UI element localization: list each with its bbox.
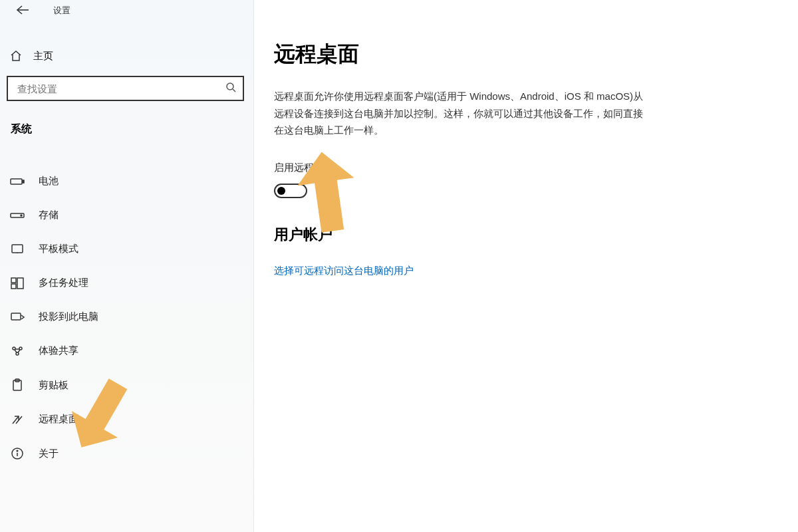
search-wrap bbox=[0, 69, 253, 106]
sidebar-item-clipboard[interactable]: 剪贴板 bbox=[0, 368, 253, 402]
sidebar-item-battery[interactable]: 电池 bbox=[0, 164, 253, 198]
toggle-state-label: 关 bbox=[317, 184, 327, 197]
svg-rect-7 bbox=[12, 245, 23, 253]
window-topbar: 设置 bbox=[0, 0, 253, 24]
sidebar-item-label: 远程桌面 bbox=[39, 413, 78, 426]
page-title: 远程桌面 bbox=[274, 40, 798, 69]
sidebar-item-storage[interactable]: 存储 bbox=[0, 198, 253, 232]
info-icon bbox=[9, 447, 25, 460]
sidebar-item-multitask[interactable]: 多任务处理 bbox=[0, 266, 253, 300]
sidebar-item-label: 关于 bbox=[39, 448, 59, 460]
sidebar-item-label: 电池 bbox=[39, 175, 59, 188]
svg-rect-9 bbox=[11, 278, 16, 283]
svg-rect-12 bbox=[11, 313, 21, 320]
sidebar-item-about[interactable]: 关于 bbox=[0, 436, 253, 471]
window-title: 设置 bbox=[53, 5, 70, 17]
sidebar-item-label: 体验共享 bbox=[39, 344, 78, 357]
search-box[interactable] bbox=[7, 76, 244, 101]
svg-line-18 bbox=[13, 416, 19, 424]
share-icon bbox=[9, 345, 25, 357]
home-button[interactable]: 主页 bbox=[0, 43, 253, 69]
page-description: 远程桌面允许你使用远程桌面客户端(适用于 Windows、Android、iOS… bbox=[274, 88, 646, 139]
svg-rect-10 bbox=[11, 284, 16, 289]
battery-icon bbox=[9, 177, 25, 186]
sidebar-item-project[interactable]: 投影到此电脑 bbox=[0, 300, 253, 334]
search-input[interactable] bbox=[17, 83, 225, 94]
clipboard-icon bbox=[9, 378, 25, 392]
user-accounts-heading: 用户帐户 bbox=[274, 225, 798, 245]
svg-line-2 bbox=[233, 89, 235, 92]
multitask-icon bbox=[9, 277, 25, 289]
enable-remote-desktop-label: 启用远程桌面 bbox=[274, 162, 798, 174]
sidebar-item-shared-experiences[interactable]: 体验共享 bbox=[0, 334, 253, 368]
sidebar-item-label: 存储 bbox=[39, 209, 59, 221]
settings-sidebar: 设置 主页 系统 电池 bbox=[0, 0, 254, 532]
storage-icon bbox=[9, 211, 25, 220]
svg-point-1 bbox=[227, 83, 233, 90]
sidebar-item-remote-desktop[interactable]: 远程桌面 bbox=[0, 402, 253, 436]
remote-desktop-toggle[interactable] bbox=[274, 184, 307, 198]
remote-desktop-icon bbox=[9, 414, 25, 426]
project-icon bbox=[9, 311, 25, 323]
svg-rect-11 bbox=[17, 278, 23, 289]
back-button[interactable] bbox=[12, 1, 33, 21]
svg-rect-3 bbox=[11, 179, 22, 184]
svg-point-13 bbox=[13, 347, 15, 350]
svg-point-14 bbox=[19, 347, 22, 350]
sidebar-item-label: 多任务处理 bbox=[39, 277, 88, 289]
sidebar-item-label: 投影到此电脑 bbox=[39, 311, 98, 323]
select-users-link[interactable]: 选择可远程访问这台电脑的用户 bbox=[274, 265, 414, 276]
sidebar-item-label: 平板模式 bbox=[39, 243, 78, 255]
category-label: 系统 bbox=[0, 106, 253, 146]
arrow-left-icon bbox=[16, 5, 29, 15]
sidebar-item-tablet-mode[interactable]: 平板模式 bbox=[0, 232, 253, 266]
svg-point-22 bbox=[17, 450, 18, 452]
svg-rect-4 bbox=[23, 180, 24, 183]
svg-point-15 bbox=[16, 352, 19, 355]
search-icon bbox=[225, 82, 236, 95]
toggle-row: 关 bbox=[274, 184, 798, 198]
nav-list: 电池 存储 平板模式 多任务处理 投影到此电脑 bbox=[0, 164, 253, 471]
tablet-icon bbox=[9, 243, 25, 255]
sidebar-item-label: 剪贴板 bbox=[39, 379, 68, 392]
home-label: 主页 bbox=[33, 50, 53, 63]
main-content: 远程桌面 远程桌面允许你使用远程桌面客户端(适用于 Windows、Androi… bbox=[254, 0, 798, 532]
svg-point-6 bbox=[21, 215, 22, 216]
home-icon bbox=[9, 49, 23, 63]
